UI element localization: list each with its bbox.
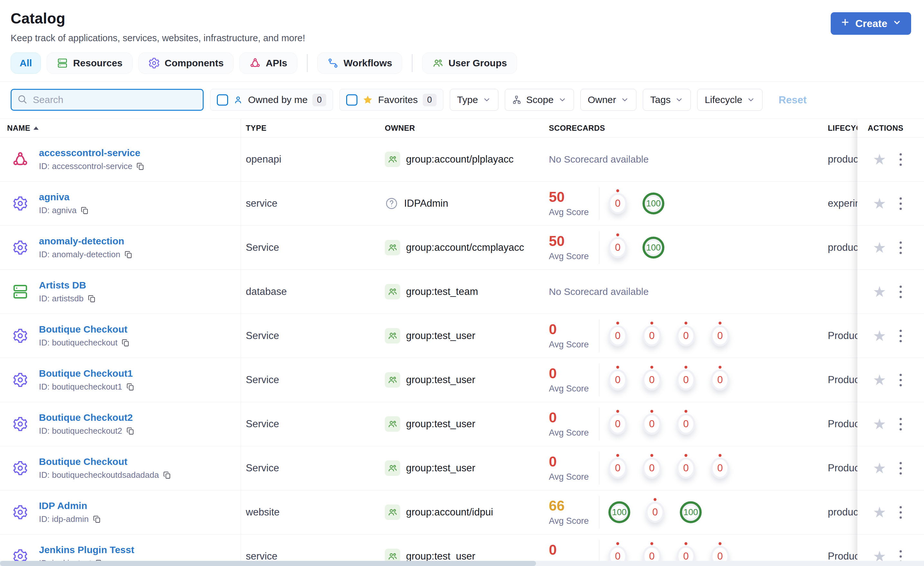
favorite-star-icon[interactable]: ★: [873, 240, 886, 255]
favorite-star-icon[interactable]: ★: [873, 505, 886, 519]
reset-button[interactable]: Reset: [778, 94, 807, 106]
favorite-star-icon[interactable]: ★: [873, 372, 886, 387]
name-cell: anomaly-detection ID: anomaly-detection: [10, 226, 236, 269]
horizontal-scrollbar[interactable]: [0, 561, 924, 566]
table-row[interactable]: Boutique Checkout ID: boutiquecheckout S…: [0, 314, 924, 358]
favorite-star-icon[interactable]: ★: [873, 328, 886, 343]
tab-components[interactable]: Components: [138, 53, 234, 74]
favorite-star-icon[interactable]: ★: [873, 196, 886, 211]
dropdown-scope[interactable]: Scope: [505, 89, 574, 111]
score-ring[interactable]: 0: [608, 369, 627, 391]
score-ring[interactable]: 0: [642, 458, 661, 479]
entity-id-label: ID: anomaly-detection: [39, 250, 120, 259]
table-row[interactable]: Boutique Checkout2 ID: boutiquecheckout2…: [0, 402, 924, 446]
table-row[interactable]: Artists DB ID: artistsdb database group:…: [0, 270, 924, 314]
entity-name-link[interactable]: Artists DB: [39, 280, 96, 291]
kebab-menu-icon[interactable]: [898, 460, 904, 477]
table-row[interactable]: accesscontrol-service ID: accesscontrol-…: [0, 137, 924, 182]
checkbox[interactable]: [217, 94, 228, 105]
copy-icon[interactable]: [124, 250, 133, 259]
score-ring[interactable]: 0: [608, 193, 627, 214]
kebab-menu-icon[interactable]: [898, 284, 904, 300]
copy-icon[interactable]: [136, 162, 145, 171]
score-ring[interactable]: 0: [608, 413, 627, 435]
score-ring[interactable]: 0: [642, 369, 661, 391]
dropdown-tags[interactable]: Tags: [643, 89, 691, 111]
kebab-menu-icon[interactable]: [898, 151, 904, 168]
table-row[interactable]: Boutique Checkout1 ID: boutiquecheckout1…: [0, 358, 924, 402]
tab-user-groups[interactable]: User Groups: [422, 53, 517, 74]
create-button[interactable]: Create: [831, 12, 911, 35]
scorecard-rings: 000: [608, 413, 695, 435]
score-ring[interactable]: 0: [676, 369, 695, 391]
table-row[interactable]: IDP Admin ID: idp-admin website group:ac…: [0, 490, 924, 534]
copy-icon[interactable]: [126, 382, 135, 391]
search-box[interactable]: [10, 89, 204, 111]
entity-name-link[interactable]: agniva: [39, 191, 89, 203]
favorite-star-icon[interactable]: ★: [873, 284, 886, 299]
kebab-menu-icon[interactable]: [898, 196, 904, 212]
kebab-menu-icon[interactable]: [898, 239, 904, 256]
score-ring[interactable]: 100: [642, 236, 664, 259]
score-ring[interactable]: 0: [676, 413, 695, 435]
favorite-star-icon[interactable]: ★: [873, 152, 886, 167]
group-icon: [385, 372, 400, 388]
score-ring[interactable]: 0: [676, 325, 695, 346]
entity-name-link[interactable]: Boutique Checkout2: [39, 412, 135, 423]
kebab-menu-icon[interactable]: [898, 372, 904, 388]
copy-icon[interactable]: [121, 339, 130, 347]
kebab-menu-icon[interactable]: [898, 416, 904, 432]
score-ring[interactable]: 0: [711, 325, 729, 346]
filter-chip-favorites[interactable]: Favorites0: [339, 89, 443, 111]
tab-apis[interactable]: APIs: [239, 53, 297, 74]
entity-id-label: ID: agniva: [39, 205, 76, 215]
favorite-star-icon[interactable]: ★: [873, 461, 886, 476]
checkbox[interactable]: [346, 94, 357, 105]
score-ring[interactable]: 0: [642, 413, 661, 435]
tab-all[interactable]: All: [10, 53, 41, 74]
score-ring[interactable]: 0: [711, 369, 729, 391]
scrollbar-thumb[interactable]: [0, 561, 536, 566]
copy-icon[interactable]: [80, 206, 89, 215]
score-ring[interactable]: 0: [608, 237, 627, 258]
dropdown-owner[interactable]: Owner: [580, 89, 636, 111]
tab-workflows[interactable]: Workflows: [317, 53, 402, 74]
filter-chip-owned-by-me[interactable]: Owned by me0: [210, 89, 333, 111]
type-cell: openapi: [246, 137, 281, 181]
entity-name-link[interactable]: Boutique Checkout: [39, 456, 171, 467]
score-ring[interactable]: 0: [642, 325, 661, 346]
score-ring[interactable]: 0: [676, 458, 695, 479]
entity-name-link[interactable]: IDP Admin: [39, 500, 101, 511]
entity-name-link[interactable]: Boutique Checkout1: [39, 368, 135, 379]
kebab-menu-icon[interactable]: [898, 504, 904, 521]
score-ring[interactable]: 0: [608, 325, 627, 346]
kebab-menu-icon[interactable]: [898, 328, 904, 344]
favorite-star-icon[interactable]: ★: [873, 417, 886, 431]
dropdown-lifecycle[interactable]: Lifecycle: [697, 89, 762, 111]
score-ring[interactable]: 100: [680, 501, 702, 523]
copy-icon[interactable]: [163, 471, 171, 479]
score-ring[interactable]: 100: [642, 193, 664, 214]
score-ring[interactable]: 0: [608, 458, 627, 479]
entity-name-link[interactable]: Jenkins Plugin Tesst: [39, 545, 134, 555]
search-input[interactable]: [32, 94, 198, 105]
tab-resources[interactable]: Resources: [46, 53, 132, 74]
copy-icon[interactable]: [87, 294, 96, 303]
copy-icon[interactable]: [126, 427, 135, 435]
column-header-name[interactable]: NAME: [7, 123, 39, 132]
entity-name-link[interactable]: Boutique Checkout: [39, 324, 130, 335]
entity-name-link[interactable]: accesscontrol-service: [39, 148, 145, 158]
score-ring[interactable]: 100: [608, 501, 630, 523]
table-row[interactable]: anomaly-detection ID: anomaly-detection …: [0, 226, 924, 270]
dropdown-type[interactable]: Type: [450, 89, 498, 111]
score-divider: [599, 319, 599, 352]
owner-cell: group:account/idpui: [385, 490, 493, 534]
table-row[interactable]: Boutique Checkout ID: boutiquecheckoutds…: [0, 446, 924, 490]
score-ring[interactable]: 0: [711, 458, 729, 479]
name-cell: Boutique Checkout ID: boutiquecheckoutds…: [10, 446, 236, 490]
table-row[interactable]: agniva ID: agniva service IDPAdmin 50Avg…: [0, 182, 924, 226]
entity-name-link[interactable]: anomaly-detection: [39, 236, 133, 247]
copy-icon[interactable]: [93, 515, 101, 524]
entity-id-label: ID: boutiquecheckout1: [39, 382, 122, 392]
score-ring[interactable]: 0: [646, 501, 664, 523]
